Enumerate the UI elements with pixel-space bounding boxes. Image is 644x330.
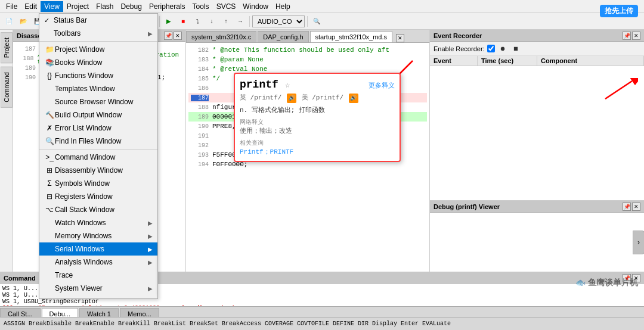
find-btn[interactable]: 🔍 [310,15,323,28]
dict-more-link[interactable]: 更多释义 [369,81,395,90]
error-list-label: Error List Window [55,124,153,132]
menu-flash[interactable]: Flash [92,1,117,12]
printf-expand-btn[interactable]: › [633,231,644,254]
menu-item-trace[interactable]: Trace [39,269,157,282]
command-sidebar-tab[interactable]: Command [1,67,13,108]
menu-item-system-viewer[interactable]: System Viewer ▶ [39,282,157,295]
menu-item-watch-windows[interactable]: Watch Windows ▶ [39,216,157,229]
symbols-icon: Σ [44,179,55,188]
build-output-label: Build Output Window [55,111,153,119]
build-icon: 🔨 [44,111,55,119]
tab-close-btn[interactable]: ✕ [396,34,404,42]
menu-item-toolbars[interactable]: Toolbars ▶ [39,27,157,40]
toolbars-label: Toolbars [54,29,148,38]
speaker-en[interactable]: 🔊 [287,94,296,103]
disassembly-controls: 📌 ✕ [164,32,182,40]
er-stop-btn[interactable]: ⏹ [510,43,521,54]
project-sidebar-tab[interactable]: Project [1,32,13,63]
tab-startup[interactable]: startup_stm32f10x_md.s [310,31,392,42]
menu-window[interactable]: Window [239,1,272,12]
debug-stop-btn[interactable]: ■ [177,15,190,28]
er-record-btn[interactable]: ⏺ [497,43,508,54]
watch-windows-label: Watch Windows [55,219,148,227]
disassembly-close-btn[interactable]: ✕ [174,32,182,40]
event-recorder-section: Event Recorder 📌 ✕ Enable Recorder: ⏺ ⏹ [430,30,644,200]
dict-net-label: 网络释义 [240,118,395,126]
menu-item-serial-windows[interactable]: Serial Windows ▶ ⬜ UART #1 ⬜ UART #2 ⬜ U… [39,242,157,256]
command-window-label: Command Window [55,153,153,161]
menu-item-command-window[interactable]: >_ Command Window [39,151,157,164]
cmd-icon: >_ [44,153,55,161]
upload-badge[interactable]: 抢先上传 [600,5,638,17]
er-close-btn[interactable]: ✕ [632,32,640,40]
er-col-event: Event [430,56,478,66]
system-viewer-label: System Viewer [55,284,148,292]
menu-project[interactable]: Project [63,1,92,12]
menu-svcs[interactable]: SVCS [213,1,240,12]
registers-window-label: Registers Window [55,192,153,201]
menu-item-find-files[interactable]: 🔍 Find In Files Window [39,135,157,148]
open-btn[interactable]: 📂 [17,15,30,28]
menu-edit[interactable]: Edit [21,1,41,12]
er-pin-btn[interactable]: 📌 [623,32,631,40]
menu-item-statusbar[interactable]: ✓ Status Bar [39,14,157,27]
menu-tools[interactable]: Tools [189,1,213,12]
new-btn[interactable]: 📄 [2,15,16,28]
menu-view[interactable]: View [41,1,63,12]
er-arrow-svg [602,78,638,102]
watch-arrow: ▶ [148,220,153,226]
menu-item-functions-window[interactable]: {} Functions Window [39,69,157,82]
phonetic-us: 美 /printf/ [302,94,343,101]
debug-start-btn[interactable]: ▶ [162,15,175,28]
menu-item-books-window[interactable]: 📚 Books Window [39,56,157,69]
er-controls: 📌 ✕ [623,32,640,40]
templates-window-label: Templates Window [55,85,153,93]
dict-related-label: 相关查询 [240,139,395,147]
editor-line-182: 182 * @note This function should be used… [188,45,427,55]
debug-printf-section: Debug (printf) Viewer 📌 ✕ › [430,200,644,272]
printf-controls: 📌 ✕ [623,203,640,211]
disassembly-pin-btn[interactable]: 📌 [164,32,172,40]
menu-item-disassembly-window[interactable]: ⊞ Disassembly Window [39,164,157,177]
view-dropdown-menu: ✓ Status Bar Toolbars ▶ 📁 Project Window… [39,13,158,299]
menu-item-error-list[interactable]: ✗ Error List Window [39,122,157,135]
run-to-cursor-btn[interactable]: → [234,15,247,28]
menu-item-project-window[interactable]: 📁 Project Window [39,43,157,56]
menu-item-toolbox-window[interactable]: Toolbox Window [39,295,157,299]
statusbar-label: Status Bar [54,16,153,24]
dict-related-words: Printf；PRINTF [240,147,395,156]
menu-file[interactable]: File [2,1,21,12]
menu-item-analysis-windows[interactable]: Analysis Windows ▶ [39,256,157,269]
editor-tabs: system_stm32f10x.c DAP_config.h startup_… [186,30,429,43]
step-over-btn[interactable]: ⤵ [191,15,204,28]
tab-system-stm32[interactable]: system_stm32f10x.c [186,31,256,42]
tab-dap-config[interactable]: DAP_config.h [258,31,308,42]
menu-item-symbols-window[interactable]: Σ Symbols Window [39,177,157,190]
target-select[interactable]: AUDIO_CO [252,15,305,27]
menu-peripherals[interactable]: Peripherals [145,1,189,12]
menu-item-memory-windows[interactable]: Memory Windows ▶ [39,229,157,242]
menu-item-templates-window[interactable]: Templates Window [39,82,157,95]
editor-section: system_stm32f10x.c DAP_config.h startup_… [186,30,429,272]
speaker-us[interactable]: 🔊 [349,94,358,103]
project-icon: 📁 [44,45,55,54]
editor-code[interactable]: 182 * @note This function should be used… [186,43,429,272]
printf-close-btn[interactable]: ✕ [632,203,640,211]
step-into-btn[interactable]: ↓ [205,15,218,28]
menu-item-registers-window[interactable]: ⊟ Registers Window [39,190,157,203]
er-toolbar: Enable Recorder: ⏺ ⏹ [430,42,644,56]
menu-item-build-output[interactable]: 🔨 Build Output Window [39,108,157,122]
dict-star[interactable]: ☆ [285,80,290,90]
menu-help[interactable]: Help [272,1,294,12]
step-out-btn[interactable]: ↑ [219,15,233,28]
menu-debug[interactable]: Debug [117,1,145,12]
submenu-arrow: ▶ [148,30,153,37]
enable-recorder-checkbox[interactable] [487,45,495,52]
menu-item-source-browser[interactable]: Source Browser Window [39,95,157,108]
memory-windows-label: Memory Windows [55,232,148,240]
trace-label: Trace [55,271,153,279]
dict-usage: 使用；输出；改造 [240,126,395,135]
printf-pin-btn[interactable]: 📌 [623,203,631,211]
symbols-window-label: Symbols Window [55,179,153,188]
menu-item-call-stack-window[interactable]: ⌥ Call Stack Window [39,203,157,216]
